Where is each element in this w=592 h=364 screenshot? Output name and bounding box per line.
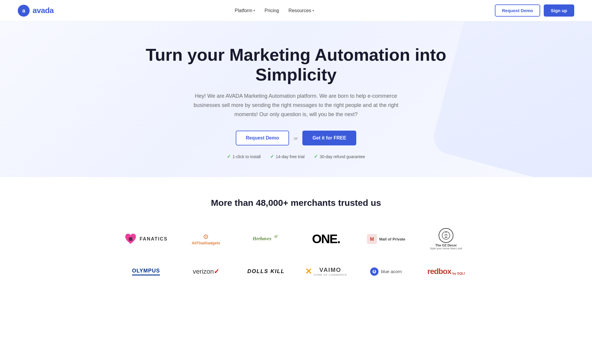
list-item: ONE.: [299, 227, 354, 251]
mallofprivate-logo: M Mall of Private: [367, 234, 405, 244]
ozdecor-text: The OZ Decor: [435, 243, 457, 247]
list-item: DOLLS KILL: [238, 264, 294, 279]
nav-actions: Request Demo Sign up: [495, 4, 574, 17]
allthat-logo: ⚙ AllThatGadgets: [192, 233, 220, 245]
herbavex-logo: Herbavex: [253, 234, 279, 244]
hero-or-text: or: [294, 136, 298, 141]
badge-install: ✓ 1-click to install: [227, 154, 261, 159]
hero-get-free-button[interactable]: Get it for FREE: [302, 131, 356, 145]
list-item: Herbavex: [238, 229, 294, 249]
redbox-logo: redbox by SQLI: [427, 267, 465, 276]
logo-link[interactable]: a avada: [18, 5, 54, 17]
nav-platform[interactable]: Platform ▾: [235, 8, 255, 13]
list-item: The OZ Decor Style your Home New Look: [418, 223, 474, 255]
verizon-check-icon: ✓: [214, 268, 219, 275]
hero-badges: ✓ 1-click to install ✓ 14-day free trial…: [12, 154, 580, 159]
list-item: blue acorn: [358, 263, 414, 280]
check-icon-trial: ✓: [270, 154, 274, 159]
ozdecor-lamp-icon: [442, 231, 450, 240]
list-item: ✕ VAIMO CORE OF COMMERCE: [299, 262, 354, 281]
logo-text: avada: [33, 6, 54, 15]
nav-resources[interactable]: Resources ▾: [288, 8, 314, 13]
svg-text:M: M: [370, 237, 374, 242]
trusted-title: More than 48,000+ merchants trusted us: [18, 198, 574, 208]
olympus-logo: OLYMPUS: [132, 268, 160, 275]
fanatics-text: FANATICS: [139, 236, 168, 242]
blueacorn-logo: blue acorn: [370, 267, 402, 276]
list-item: redbox by SQLI: [418, 262, 474, 281]
fanatics-logo: FANATICS: [124, 232, 168, 246]
ozdecor-logo: The OZ Decor Style your Home New Look: [430, 228, 462, 250]
nav-signup-button[interactable]: Sign up: [544, 4, 574, 17]
blueacorn-icon: [370, 267, 378, 276]
svg-text:a: a: [22, 8, 25, 14]
navbar: a avada Platform ▾ Pricing Resources ▾ R…: [0, 0, 592, 21]
logos-grid: FANATICS ⚙ AllThatGadgets Herbavex ONE.: [118, 223, 474, 281]
check-icon-install: ✓: [227, 154, 231, 159]
hero-section: Turn your Marketing Automation into Simp…: [0, 21, 592, 177]
list-item: OLYMPUS: [118, 263, 174, 280]
svg-point-5: [276, 235, 278, 237]
hero-buttons: Request Demo or Get it for FREE: [12, 131, 580, 145]
allthat-text: AllThatGadgets: [192, 241, 220, 245]
badge-trial: ✓ 14-day free trial: [270, 154, 304, 159]
hero-content: Turn your Marketing Automation into Simp…: [12, 45, 580, 159]
fanatics-heart-icon: [124, 232, 137, 246]
mallofprivate-text: Mall of Private: [379, 237, 405, 241]
nav-request-demo-button[interactable]: Request Demo: [495, 4, 540, 17]
chevron-down-icon: ▾: [254, 9, 255, 12]
hero-subtitle: Hey! We are AVADA Marketing Automation p…: [192, 92, 400, 119]
one-logo: ONE.: [312, 232, 340, 246]
dollskill-logo: DOLLS KILL: [247, 268, 285, 275]
check-icon-refund: ✓: [314, 154, 318, 159]
mallofprivate-icon: M: [367, 234, 377, 244]
nav-pricing[interactable]: Pricing: [264, 8, 279, 13]
blueacorn-acorn-icon: [372, 269, 377, 274]
ozdecor-sub: Style your Home New Look: [430, 247, 462, 250]
badge-refund: ✓ 30-day refund guarantee: [314, 154, 365, 159]
allthat-icon: ⚙: [203, 233, 209, 241]
redbox-sqli-text: by SQLI: [453, 272, 465, 275]
ozdecor-circle-icon: [439, 228, 453, 243]
list-item: ⚙ AllThatGadgets: [178, 228, 234, 250]
blueacorn-text: blue acorn: [381, 269, 402, 274]
verizon-logo: verizon✓: [193, 268, 219, 275]
vaimo-text: VAIMO CORE OF COMMERCE: [314, 267, 347, 276]
nav-links: Platform ▾ Pricing Resources ▾: [235, 8, 314, 13]
chevron-down-icon-resources: ▾: [312, 9, 314, 12]
svg-text:Herbavex: Herbavex: [253, 236, 272, 241]
vaimo-x-icon: ✕: [305, 267, 312, 276]
list-item: verizon✓: [178, 263, 234, 280]
vaimo-logo: ✕ VAIMO CORE OF COMMERCE: [305, 267, 347, 276]
hero-title: Turn your Marketing Automation into Simp…: [133, 45, 459, 84]
hero-request-demo-button[interactable]: Request Demo: [236, 131, 289, 145]
herbavex-leaf-icon: Herbavex: [253, 234, 279, 243]
svg-rect-2: [129, 237, 132, 241]
trusted-section: More than 48,000+ merchants trusted us F…: [0, 177, 592, 299]
avada-logo-icon: a: [18, 5, 30, 17]
redbox-text: redbox: [427, 267, 451, 276]
list-item: FANATICS: [118, 228, 174, 250]
list-item: M Mall of Private: [358, 229, 414, 249]
